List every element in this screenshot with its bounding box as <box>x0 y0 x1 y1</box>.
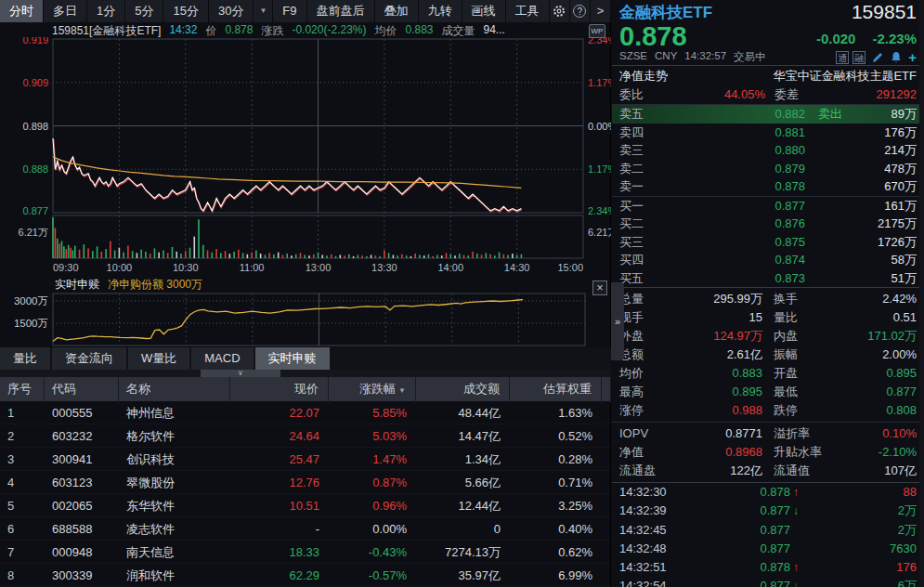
ask-row[interactable]: 卖五 0.882 卖出 89万 <box>612 105 924 124</box>
indicator-tabs: 量比 资金流向 W量比 MACD 实时申赎 <box>0 347 611 370</box>
tab-macd[interactable]: MACD <box>191 347 253 370</box>
table-row[interactable]: 6 688588 凌志软件 - 0.00% 0 0.40% <box>0 517 611 541</box>
table-row[interactable]: 2 603232 格尔软件 24.64 5.03% 14.47亿 0.52% <box>0 424 611 448</box>
table-row[interactable]: 7 000948 南天信息 18.33 -0.43% 7274.13万 0.62… <box>0 541 611 564</box>
tab-timeshare[interactable]: 分时 <box>0 0 44 22</box>
stat-item: 净值 0.8968 <box>619 443 762 462</box>
table-row[interactable]: 5 002065 东华软件 10.51 0.96% 12.44亿 3.25% <box>0 494 611 517</box>
trading-status: 交易中 <box>734 50 766 64</box>
f9-button[interactable]: F9 <box>273 0 306 22</box>
stat-item: 外盘 124.97万 <box>619 327 762 346</box>
tab-1min[interactable]: 1分 <box>87 0 125 22</box>
tab-15min[interactable]: 15分 <box>163 0 208 22</box>
nine-turn-button[interactable]: 九转 <box>419 0 462 22</box>
svg-text:13:30: 13:30 <box>371 262 397 273</box>
tick-row[interactable]: 14:32:54 0.877 ↓ 6万 <box>612 577 924 587</box>
avg-label: 均价 <box>374 23 397 37</box>
svg-text:2.34%: 2.34% <box>588 205 611 216</box>
price-change-pct: -2.23% <box>872 29 917 49</box>
ask-row[interactable]: 卖二 0.879 478万 <box>612 160 924 178</box>
bid-row[interactable]: 买二 0.876 2175万 <box>612 215 924 233</box>
tick-row[interactable]: 14:32:45 0.877 2万 <box>612 521 924 540</box>
tab-volume-ratio[interactable]: 量比 <box>0 347 50 370</box>
ask-levels: 卖五 0.882 卖出 89万 卖四 0.881 176万 卖三 0.880 2… <box>612 105 924 196</box>
table-row[interactable]: 1 000555 神州信息 22.07 5.85% 48.44亿 1.63% <box>0 401 611 424</box>
help-icon[interactable]: ? <box>570 0 591 22</box>
stat-item: 均价 0.883 <box>619 364 762 383</box>
bid-row[interactable]: 买五 0.873 51万 <box>612 269 924 288</box>
edit-icon[interactable] <box>871 51 884 64</box>
tab-30min[interactable]: 30分 <box>209 0 254 22</box>
period-dropdown-icon[interactable]: ▼ <box>254 0 273 22</box>
tab-multiday[interactable]: 多日 <box>44 0 87 22</box>
overlay-button[interactable]: 叠加 <box>375 0 419 22</box>
pre-post-market-button[interactable]: 盘前盘后 <box>307 0 375 22</box>
add-watchlist-icon[interactable]: + <box>908 51 917 64</box>
tick-row[interactable]: 14:32:30 0.878 ↑ 88 <box>612 483 924 502</box>
chart-panel: 分时 多日 1分 5分 15分 30分 ▼ F9 盘前盘后 叠加 九转 画线 工… <box>0 0 611 587</box>
tick-row[interactable]: 14:32:39 0.877 ↓ 2万 <box>612 502 924 520</box>
stat-item: 跌停 0.808 <box>774 401 917 420</box>
col-name[interactable]: 名称 <box>119 377 230 403</box>
change-label: 涨跌 <box>261 23 283 37</box>
tick-row[interactable]: 14:32:48 0.877 7630 <box>612 540 924 558</box>
table-row[interactable]: 8 300339 润和软件 62.29 -0.57% 35.97亿 6.99% <box>0 564 611 587</box>
nav-trend-link[interactable]: 净值走势 <box>619 66 668 85</box>
bid-row[interactable]: 买一 0.877 161万 <box>612 197 924 215</box>
close-icon[interactable]: × <box>592 280 607 295</box>
svg-text:10:00: 10:00 <box>107 262 133 273</box>
volume-value: 94... <box>484 23 505 37</box>
tab-5min[interactable]: 5分 <box>125 0 163 22</box>
draw-line-button[interactable]: 画线 <box>462 0 506 22</box>
bid-row[interactable]: 买四 0.874 58万 <box>612 251 924 269</box>
gear-icon[interactable] <box>550 0 570 22</box>
intraday-chart-header: 159851[金融科技ETF] 14:32 价 0.878 涨跌 -0.020(… <box>52 23 586 37</box>
stat-item: 内盘 171.02万 <box>774 327 917 346</box>
collapse-handle[interactable]: ∨ <box>201 370 280 377</box>
col-code[interactable]: 代码 <box>45 377 119 403</box>
alert-bell-icon[interactable] <box>890 51 903 64</box>
stat-item: 总额 2.61亿 <box>619 346 762 364</box>
col-turnover[interactable]: 成交额 <box>416 377 510 403</box>
tick-arrow-icon: ↓ <box>790 502 805 520</box>
ask-row[interactable]: 卖一 0.878 670万 <box>612 177 924 196</box>
tick-row[interactable]: 14:32:51 0.878 ↑ 176 <box>612 558 924 577</box>
col-weight[interactable]: 估算权重 <box>510 377 602 403</box>
svg-text:0.898: 0.898 <box>22 121 48 132</box>
tab-w-volume-ratio[interactable]: W量比 <box>128 347 189 370</box>
col-change-pct[interactable]: 涨跌幅▼ <box>329 377 416 403</box>
sub-chart-legend: 净申购份额 3000万 <box>108 277 202 293</box>
quote-time: 14:32:57 <box>684 50 726 64</box>
margin-badge[interactable]: 通 <box>836 51 849 64</box>
ask-row[interactable]: 卖四 0.881 176万 <box>612 124 924 142</box>
etf-code: 159851 <box>852 1 917 23</box>
tools-button[interactable]: 工具 <box>506 0 550 22</box>
order-imbalance-row: 委比 44.05% 委差 291292 <box>612 85 924 104</box>
avg-value: 0.883 <box>405 23 433 37</box>
wp-badge-icon[interactable]: WP <box>589 24 605 38</box>
exchange-label: SZSE <box>619 50 647 64</box>
price-change: -0.020 <box>816 29 856 49</box>
bid-row[interactable]: 买三 0.875 1726万 <box>612 233 924 252</box>
panel-expander[interactable]: » <box>611 282 624 360</box>
stats-grid: 总量 295.99万 换手 2.42% 现手 15 量比 0.51 外盘 124… <box>612 288 924 422</box>
col-price[interactable]: 现价 <box>230 377 329 403</box>
table-row[interactable]: 4 603123 翠微股份 12.76 0.87% 5.66亿 0.71% <box>0 471 611 494</box>
tick-arrow-icon: ↓ <box>790 577 805 587</box>
svg-text:14:00: 14:00 <box>437 262 463 273</box>
change-value: -0.020(-2.23%) <box>292 23 366 37</box>
table-row[interactable]: 3 300941 创识科技 25.47 1.47% 1.34亿 0.28% <box>0 448 611 471</box>
toolbar-more-icon[interactable]: > <box>591 0 611 22</box>
last-price: 0.878 <box>619 24 687 49</box>
intraday-chart-canvas[interactable]: 0.9190.9090.8980.8880.8772.34%1.17%0.00%… <box>0 37 611 275</box>
stat-item: 升贴水率 -2.10% <box>774 443 917 462</box>
col-seq[interactable]: 序号 <box>0 377 45 403</box>
tab-money-flow[interactable]: 资金流向 <box>52 347 126 370</box>
margin-badge[interactable]: 融 <box>852 51 865 64</box>
tab-realtime-creation[interactable]: 实时申赎 <box>255 347 330 370</box>
ask-row[interactable]: 卖三 0.880 214万 <box>612 141 924 160</box>
svg-text:0.877: 0.877 <box>22 205 48 216</box>
tick-arrow-icon <box>790 540 805 558</box>
currency-label: CNY <box>655 50 677 64</box>
tick-arrow-icon: ↑ <box>790 558 805 577</box>
